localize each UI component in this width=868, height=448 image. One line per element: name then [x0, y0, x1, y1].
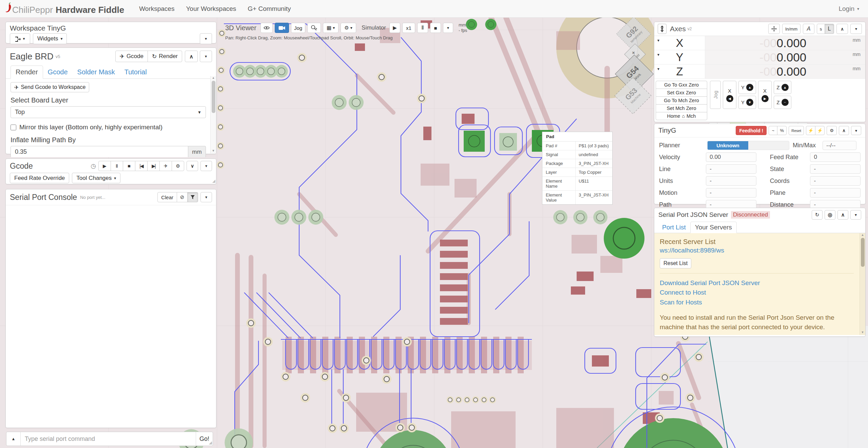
nav-community[interactable]: G+ Community	[248, 5, 291, 13]
gcode-play-button[interactable]: ▶	[98, 161, 111, 171]
set-mch-zero-button[interactable]: Set Mch Zero	[656, 104, 707, 112]
eagle-dropdown-button[interactable]: ▾	[200, 51, 212, 62]
gcode-stop-button[interactable]: ■	[123, 161, 135, 171]
chevron-down-icon: ▾	[60, 37, 62, 41]
console-filter-button[interactable]	[187, 192, 198, 202]
gcode-goto-start-button[interactable]: |◀	[135, 161, 148, 171]
jog-mode-button[interactable]: Jog	[291, 23, 305, 33]
jog-y-minus-button[interactable]: Y▼	[738, 96, 756, 109]
simulator-play-button[interactable]: ▶	[389, 23, 400, 33]
tool-changes-button[interactable]: Tool Changes▾	[72, 173, 120, 183]
move-widget-button[interactable]	[768, 24, 780, 34]
jog-handle[interactable]: Jog	[710, 81, 721, 109]
console-clear-button[interactable]: Clear	[157, 192, 177, 202]
axis-z-menu[interactable]: ▾Z	[654, 64, 705, 78]
gcode-send-button[interactable]: ✈	[159, 161, 172, 171]
console-block-button[interactable]: ⊘	[177, 192, 188, 202]
widgets-button[interactable]: Widgets▾	[33, 33, 67, 44]
spjs-refresh-button[interactable]: ↻	[812, 210, 823, 220]
tinyg-dropdown-button[interactable]: ▾	[851, 126, 861, 135]
reset-list-button[interactable]: Reset List	[660, 258, 691, 268]
axis-x-menu[interactable]: ▾X	[654, 36, 705, 50]
spjs-connect-button[interactable]: ◎	[825, 210, 835, 220]
axes-collapse-button[interactable]: ∧	[836, 24, 848, 34]
units-toggle-button[interactable]: In/mm	[782, 24, 801, 34]
scan-for-hosts-link[interactable]: Scan for Hosts	[660, 298, 854, 307]
layers-grid-button[interactable]: ▦▾	[323, 23, 339, 33]
export-workspace-button[interactable]: ▾	[10, 33, 30, 44]
send-gcode-button[interactable]: ✈Send Gcode to Workspace	[11, 82, 89, 92]
home-mch-button[interactable]: Home⌂Mch	[656, 112, 707, 120]
server-url-link[interactable]: ws://localhost:8989/ws	[660, 246, 854, 256]
simulator-speed-button[interactable]: x1	[402, 23, 415, 33]
inflate-input[interactable]	[11, 146, 188, 157]
console-log-area[interactable]	[6, 205, 216, 429]
tab-your-servers[interactable]: Your Servers	[690, 222, 737, 233]
jog-x-minus-button[interactable]: X◀	[723, 81, 736, 109]
zoom-pan-button[interactable]	[307, 23, 321, 33]
simulator-pause-button[interactable]: Ⅱ	[417, 23, 428, 33]
jog-z-plus-button[interactable]: Z▲	[774, 81, 791, 94]
jog-z-minus-button[interactable]: Z−	[774, 96, 791, 109]
resize-grip[interactable]: ◢	[211, 179, 215, 183]
mirror-layer-checkbox[interactable]	[11, 125, 16, 130]
collapse-panel-button[interactable]: ∧	[185, 51, 198, 62]
feedhold-button[interactable]: Feedhold !	[736, 126, 767, 135]
camera-mode-button[interactable]	[275, 23, 289, 33]
tinyg-collapse-button[interactable]: ∧	[839, 126, 849, 135]
workspace-dropdown-button[interactable]: ▾	[200, 33, 212, 44]
gcode-dropdown-button[interactable]: ▾	[200, 161, 212, 171]
feed-rate-override-button[interactable]: Feed Rate Override	[10, 173, 69, 183]
gcode-button[interactable]: ✈Gcode	[115, 51, 148, 62]
gcode-expand-button[interactable]: ∨	[187, 161, 198, 171]
board-layer-select[interactable]: Top ▼	[11, 106, 206, 118]
simulator-stop-button[interactable]: ■	[430, 23, 441, 33]
axis-y-menu[interactable]: ▾Y	[654, 50, 705, 64]
spjs-collapse-button[interactable]: ∧	[837, 210, 848, 220]
font-size-button[interactable]: A	[803, 24, 814, 34]
nav-your-workspaces[interactable]: Your Workspaces	[186, 5, 236, 13]
tinyg-settings-button[interactable]: ⚙	[827, 126, 837, 135]
tab-tutorial[interactable]: Tutorial	[120, 66, 152, 78]
connect-to-host-link[interactable]: Connect to Host	[660, 288, 854, 298]
tab-render[interactable]: Render	[11, 66, 43, 79]
queue-flush-button[interactable]: %	[777, 126, 787, 135]
login-menu[interactable]: Login ▾	[838, 5, 859, 13]
nav-workspaces[interactable]: Workspaces	[139, 5, 174, 13]
spjs-scrollbar[interactable]: ▲▼	[860, 233, 865, 335]
command-history-button[interactable]: ▲	[6, 432, 21, 446]
download-spjs-link[interactable]: Download Serial Port JSON Server	[660, 278, 854, 288]
spjs-dropdown-button[interactable]: ▾	[850, 210, 861, 220]
toggle-visibility-button[interactable]	[261, 23, 273, 33]
console-dropdown-button[interactable]: ▾	[200, 192, 212, 202]
power-on-button[interactable]: ⚡	[806, 126, 815, 135]
tab-solder-mask[interactable]: Solder Mask	[73, 66, 120, 78]
power-off-button[interactable]: ⚡	[815, 126, 825, 135]
brand[interactable]: ChiliPeppr Hardware Fiddle	[5, 2, 124, 15]
viewer-dropdown-button[interactable]: ▾	[443, 23, 453, 33]
cycle-start-button[interactable]: ~	[769, 126, 777, 135]
jog-y-plus-button[interactable]: Y▲	[738, 81, 756, 94]
serial-command-input[interactable]	[21, 432, 196, 446]
gcode-pause-button[interactable]: Ⅱ	[111, 161, 123, 171]
goto-gxx-zero-button[interactable]: Go To Gxx Zero	[656, 81, 707, 89]
tab-port-list[interactable]: Port List	[658, 222, 690, 233]
render-button[interactable]: ↻Render	[148, 51, 182, 62]
viewer-settings-button[interactable]: ⚙▾	[341, 23, 356, 33]
tab-gcode[interactable]: Gcode	[43, 66, 73, 78]
goto-mch-zero-button[interactable]: Go To Mch Zero	[656, 96, 707, 105]
viewer-fps: - fps	[459, 28, 467, 33]
axes-title: Axes	[670, 25, 686, 33]
eagle-scrollbar[interactable]: ▲▼	[210, 76, 216, 153]
gcode-settings-button[interactable]: ⚙	[172, 161, 184, 171]
console-status: No port yet...	[80, 195, 105, 200]
resize-grip[interactable]: ◢	[207, 440, 212, 445]
size-small-button[interactable]: s	[817, 24, 825, 34]
set-gxx-zero-button[interactable]: Set Gxx Zero	[656, 89, 707, 97]
jog-x-plus-button[interactable]: X▶	[758, 81, 772, 109]
size-large-button[interactable]: L	[825, 24, 834, 34]
reset-button[interactable]: Reset	[789, 126, 804, 135]
axes-dropdown-button[interactable]: ▾	[850, 24, 862, 34]
green-square-pads	[464, 130, 554, 152]
gcode-goto-end-button[interactable]: ▶|	[147, 161, 160, 171]
